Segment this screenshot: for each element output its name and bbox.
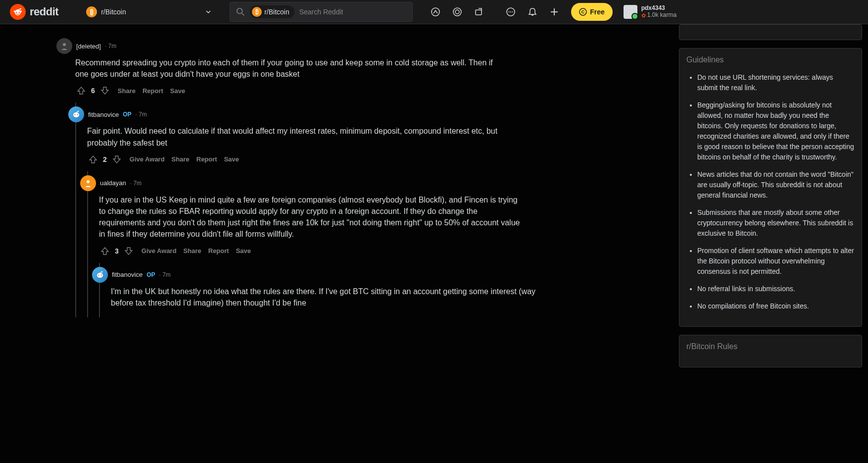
comment-action-share[interactable]: Share [118, 87, 136, 95]
comment-avatar[interactable] [80, 175, 96, 191]
comment-time: · 7m [105, 43, 116, 50]
comment-header: fitbanovice OP · 7m [87, 106, 675, 122]
comment: fitbanovice OP · 7m I'm in the UK but ho… [100, 263, 675, 317]
chevron-down-icon [205, 8, 212, 15]
comment-score: 3 [115, 247, 119, 255]
comment-header: [deleted] · 7m [75, 38, 675, 54]
header: reddit ₿ r/Bitcoin ₿ r/Bitcoin [0, 0, 868, 24]
comment-author[interactable]: fitbanovice [112, 271, 143, 278]
coin-icon[interactable] [448, 3, 466, 21]
free-button[interactable]: C Free [571, 3, 613, 21]
upvote-icon[interactable] [99, 245, 111, 257]
svg-point-10 [453, 8, 461, 16]
svg-point-11 [455, 10, 459, 14]
user-meta: pdx4343 1.0k karma [641, 5, 676, 19]
notifications-icon[interactable] [524, 3, 541, 21]
svg-point-23 [74, 114, 75, 115]
vote-group: 3 [99, 245, 135, 257]
bitcoin-icon: ₿ [252, 7, 262, 17]
chat-icon[interactable] [502, 3, 520, 21]
comment-action-report[interactable]: Report [208, 247, 229, 255]
sidebar: Guidelines Do not use URL shortening ser… [675, 24, 868, 463]
subreddit-name: r/Bitcoin [101, 8, 126, 16]
guideline-item: No referral links in submissions. [697, 284, 855, 294]
downvote-icon[interactable] [111, 154, 123, 165]
search-container[interactable]: ₿ r/Bitcoin [230, 2, 413, 22]
subreddit-selector[interactable]: ₿ r/Bitcoin [82, 4, 216, 19]
comment-time: · 7m [159, 271, 171, 278]
svg-point-22 [73, 112, 79, 117]
sidebar-card-stub [679, 24, 862, 40]
svg-point-30 [100, 274, 101, 275]
user-menu[interactable]: pdx4343 1.0k karma [624, 5, 676, 19]
svg-rect-12 [476, 10, 482, 15]
comment-children: fitbanovice OP · 7m I'm in the UK but ho… [99, 263, 675, 317]
svg-point-27 [87, 180, 90, 183]
search-bar: ₿ r/Bitcoin [230, 2, 413, 22]
comment-author[interactable]: ualdayan [100, 179, 126, 187]
svg-point-28 [97, 273, 103, 278]
upvote-icon[interactable] [75, 85, 87, 97]
comment-action-share[interactable]: Share [172, 155, 190, 163]
op-badge: OP [123, 111, 131, 118]
search-scope-pill[interactable]: ₿ r/Bitcoin [250, 5, 294, 18]
svg-point-9 [432, 8, 439, 16]
search-icon [236, 7, 245, 16]
reddit-logo[interactable]: reddit [10, 4, 58, 20]
comment-body: I'm in the UK but honestly no idea what … [111, 286, 536, 309]
user-avatar [624, 5, 637, 19]
svg-point-6 [20, 10, 22, 12]
comment: [deleted] · 7m Recommend spreading you c… [64, 34, 675, 101]
svg-point-29 [98, 274, 99, 275]
svg-point-1 [16, 12, 17, 13]
comment-author[interactable]: [deleted] [76, 43, 101, 50]
comment-avatar[interactable] [68, 106, 84, 122]
comment-author[interactable]: fitbanovice [88, 111, 119, 118]
popular-icon[interactable] [427, 3, 444, 21]
upvote-icon[interactable] [87, 154, 99, 165]
comment-action-save[interactable]: Save [170, 87, 185, 95]
broadcast-icon[interactable] [470, 3, 488, 21]
comment-actions: 6 ShareReportSave [75, 85, 675, 97]
comment-action-save[interactable]: Save [236, 247, 251, 255]
create-post-icon[interactable] [545, 3, 563, 21]
comment-children: ualdayan · 7m If you are in the US Keep … [87, 171, 675, 317]
guideline-item: Do not use URL shortening services: alwa… [697, 72, 855, 93]
comment-thread: [deleted] · 7m Recommend spreading you c… [0, 24, 675, 463]
reddit-logo-icon [10, 4, 26, 20]
guideline-item: News articles that do not contain the wo… [697, 169, 855, 201]
rules-title: r/Bitcoin Rules [686, 342, 855, 351]
comment-avatar[interactable] [56, 38, 72, 54]
search-scope-text: r/Bitcoin [264, 8, 289, 16]
guideline-item: No compilations of free Bitcoin sites. [697, 301, 855, 311]
svg-point-15 [510, 11, 511, 12]
comment-action-give-award[interactable]: Give Award [142, 247, 177, 255]
svg-point-14 [509, 11, 510, 12]
header-icon-row: C Free pdx4343 1.0k karma [427, 3, 676, 21]
comment-action-give-award[interactable]: Give Award [130, 155, 165, 163]
svg-point-7 [237, 8, 242, 14]
comment-header: fitbanovice OP · 7m [111, 267, 675, 283]
coin-c-icon: C [579, 8, 587, 16]
svg-point-21 [63, 43, 66, 46]
comment-body: Recommend spreading you crypto into each… [75, 57, 501, 80]
vote-group: 2 [87, 154, 123, 165]
free-label: Free [590, 8, 605, 16]
comment-action-report[interactable]: Report [196, 155, 217, 163]
svg-point-5 [14, 10, 16, 12]
svg-point-24 [77, 114, 78, 115]
comment-score: 6 [91, 87, 95, 95]
guidelines-list: Do not use URL shortening services: alwa… [686, 72, 855, 311]
comment-action-save[interactable]: Save [224, 155, 239, 163]
comment-time: · 7m [136, 111, 147, 118]
comment-action-report[interactable]: Report [143, 87, 163, 95]
op-badge: OP [146, 271, 155, 278]
downvote-icon[interactable] [99, 85, 111, 97]
search-input[interactable] [299, 8, 406, 16]
comment-avatar[interactable] [92, 267, 108, 283]
downvote-icon[interactable] [123, 245, 135, 257]
guideline-item: Submissions that are mostly about some o… [697, 207, 855, 239]
comment-action-share[interactable]: Share [184, 247, 201, 255]
user-karma: 1.0k karma [641, 12, 676, 19]
rules-card: r/Bitcoin Rules [679, 335, 862, 367]
